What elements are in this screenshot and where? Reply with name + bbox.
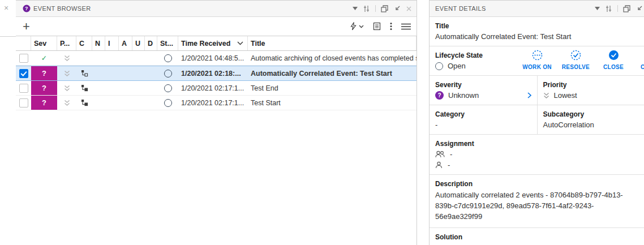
lifecycle-open-icon bbox=[164, 70, 172, 78]
column-header-a[interactable]: A bbox=[119, 36, 132, 50]
lifecycle-open-icon bbox=[435, 62, 443, 70]
category-value: - bbox=[435, 121, 531, 129]
close-button[interactable]: CLOSE bbox=[637, 50, 644, 70]
description-section: Description Automatically correlated 2 e… bbox=[430, 175, 644, 228]
solution-label: Solution bbox=[435, 233, 638, 241]
priority-cell bbox=[57, 81, 76, 95]
row-checkbox[interactable] bbox=[16, 81, 31, 95]
event-row[interactable]: ?1/20/2021 02:17:1...Test End bbox=[16, 81, 417, 96]
kebab-menu-icon[interactable] bbox=[390, 22, 392, 31]
priority-cell bbox=[57, 66, 76, 80]
work-on-button[interactable]: WORK ON bbox=[522, 50, 552, 70]
correlation-cell bbox=[76, 51, 92, 65]
assignment-label: Assignment bbox=[435, 140, 638, 148]
subcategory-label: Subcategory bbox=[543, 110, 639, 118]
empty-cell bbox=[132, 81, 145, 95]
divider bbox=[375, 5, 376, 12]
column-header-n[interactable]: N bbox=[92, 36, 105, 50]
close-icon[interactable]: × bbox=[4, 3, 8, 12]
severity-label: Severity bbox=[435, 81, 531, 89]
empty-cell bbox=[145, 96, 157, 110]
filter-settings-icon[interactable] bbox=[605, 5, 612, 12]
close-event-icon bbox=[608, 50, 619, 62]
svg-text:?: ? bbox=[25, 6, 28, 11]
severity-unknown-icon: ? bbox=[31, 81, 57, 95]
empty-cell bbox=[132, 96, 145, 110]
state-cell bbox=[157, 51, 178, 65]
column-header-st[interactable]: St... bbox=[157, 36, 178, 50]
column-header-timereceived[interactable]: Time Received bbox=[178, 36, 248, 50]
empty-cell bbox=[119, 66, 132, 80]
column-header-c[interactable]: C bbox=[76, 36, 92, 50]
correlation-parent-icon bbox=[81, 70, 88, 77]
chevron-down-icon bbox=[359, 25, 364, 28]
event-row[interactable]: ?1/20/2021 02:17:1...Test Start bbox=[16, 96, 417, 110]
divider bbox=[617, 5, 618, 12]
take-action-button[interactable] bbox=[350, 22, 364, 31]
empty-cell bbox=[119, 81, 132, 95]
title-label: Title bbox=[435, 22, 638, 30]
lifecycle-open-icon bbox=[164, 99, 172, 107]
left-rail: × bbox=[0, 0, 16, 245]
popout-icon[interactable] bbox=[623, 5, 630, 12]
state-cell bbox=[157, 96, 178, 110]
severity-unknown-icon: ? bbox=[435, 91, 444, 100]
column-header-title[interactable]: Title bbox=[248, 36, 417, 50]
description-label: Description bbox=[435, 180, 638, 188]
lifecycle-open-icon bbox=[164, 84, 172, 92]
lifecycle-actions: WORK ONRESOLVECLOSECLOSE bbox=[522, 50, 644, 70]
column-header-d[interactable]: D bbox=[145, 36, 157, 50]
column-header-u[interactable]: U bbox=[132, 36, 145, 50]
add-tab-button[interactable]: + bbox=[23, 21, 30, 32]
row-checkbox[interactable] bbox=[16, 51, 31, 65]
event-list-icon[interactable] bbox=[373, 22, 381, 31]
row-checkbox[interactable] bbox=[16, 96, 31, 110]
time-received-cell: 1/20/2021 04:48:5... bbox=[178, 51, 248, 65]
severity-cell: ? bbox=[31, 81, 57, 95]
empty-cell bbox=[119, 96, 132, 110]
lifecycle-value: Open bbox=[448, 62, 466, 70]
column-header-i[interactable]: I bbox=[105, 36, 119, 50]
time-received-cell: 1/20/2021 02:18:... bbox=[178, 66, 248, 80]
state-cell bbox=[157, 81, 178, 95]
column-header-p[interactable]: P... bbox=[57, 36, 76, 50]
event-details-panel: EVENT DETAILS Title Automatically Correl… bbox=[429, 0, 644, 245]
correlation-child-icon bbox=[81, 99, 88, 106]
chevron-down-icon[interactable] bbox=[353, 7, 358, 10]
priority-lowest-icon bbox=[64, 70, 70, 77]
collapse-icon[interactable] bbox=[393, 5, 401, 12]
column-header-select[interactable] bbox=[16, 36, 31, 50]
chevron-right-icon[interactable] bbox=[527, 92, 531, 98]
priority-value: Lowest bbox=[554, 91, 577, 100]
sort-desc-icon bbox=[237, 41, 243, 45]
lifecycle-section: Lifecycle State Open WORK ONRESOLVECLOSE… bbox=[430, 46, 644, 76]
priority-lowest-icon bbox=[64, 100, 70, 106]
empty-cell bbox=[145, 81, 157, 95]
correlation-cell bbox=[76, 66, 92, 80]
correlation-cell bbox=[76, 96, 92, 110]
column-header-sev[interactable]: Sev bbox=[31, 36, 57, 50]
row-checkbox[interactable] bbox=[16, 66, 31, 80]
lifecycle-open-icon bbox=[164, 54, 172, 62]
resolve-button[interactable]: RESOLVE bbox=[562, 50, 590, 70]
severity-cell: ? bbox=[31, 96, 57, 110]
close-panel-icon[interactable] bbox=[406, 6, 412, 12]
state-cell bbox=[157, 66, 178, 80]
filter-settings-icon[interactable] bbox=[363, 5, 370, 12]
event-row[interactable]: ✓1/20/2021 04:48:5...Automatic archiving… bbox=[16, 51, 417, 66]
close-button[interactable]: CLOSE bbox=[600, 50, 627, 70]
event-browser-header: ? EVENT BROWSER bbox=[16, 1, 417, 17]
priority-cell bbox=[57, 96, 76, 110]
priority-lowest-icon bbox=[64, 85, 70, 92]
hamburger-menu-icon[interactable] bbox=[401, 23, 411, 30]
event-row[interactable]: ?1/20/2021 02:18:...Automatically Correl… bbox=[16, 66, 417, 81]
priority-cell bbox=[57, 51, 76, 65]
chevron-down-icon[interactable] bbox=[595, 7, 600, 10]
empty-cell bbox=[105, 81, 119, 95]
resolve-icon bbox=[570, 50, 581, 62]
subcategory-value: AutoCorrelation bbox=[543, 121, 639, 129]
title-cell: Automatically Correlated Event: Test Sta… bbox=[248, 66, 417, 80]
assignment-section: Assignment - - bbox=[430, 135, 644, 175]
collapse-icon[interactable] bbox=[636, 5, 643, 12]
popout-icon[interactable] bbox=[381, 5, 388, 12]
